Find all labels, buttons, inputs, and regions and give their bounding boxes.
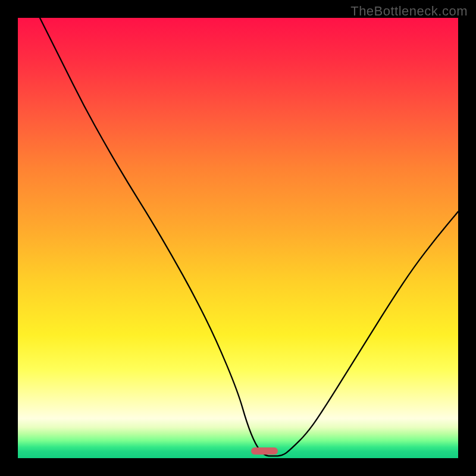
optimal-notch [251,447,277,455]
bottleneck-curve [40,18,458,456]
watermark-label: TheBottleneck.com [350,4,468,19]
plot-area [18,18,458,458]
chart-frame: TheBottleneck.com [0,0,476,476]
curve-svg [18,18,458,458]
